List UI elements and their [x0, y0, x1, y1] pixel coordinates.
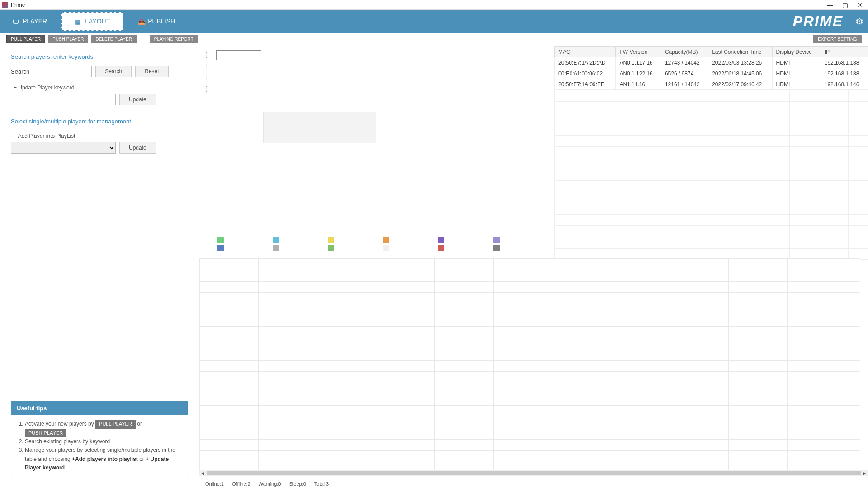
color-swatch[interactable]: [328, 237, 334, 243]
sidebar: Search players, enter keywords: Search S…: [0, 46, 199, 484]
table-row[interactable]: 00:E0:61:00:06:02AN0.1.122.166526 / 6874…: [555, 68, 868, 79]
playlist-select[interactable]: [11, 142, 116, 154]
cell-disp: HDMI: [772, 68, 821, 79]
cell-fw: AN1.11.16: [616, 79, 661, 90]
color-swatch[interactable]: [273, 237, 279, 243]
canvas-mid-region[interactable]: [263, 112, 376, 143]
checkbox-column: [ [ [ [: [199, 46, 213, 236]
pull-player-button[interactable]: PULL PLAYER: [6, 35, 45, 43]
maximize-button[interactable]: ▢: [842, 1, 848, 9]
table-row[interactable]: 20:50:E7:1A:2D:ADAN0.1.117.1612743 / 140…: [555, 57, 868, 68]
col-capacity[interactable]: Capacity(MB): [661, 47, 708, 57]
color-swatch[interactable]: [438, 237, 444, 243]
color-swatch[interactable]: [493, 237, 500, 243]
scroll-left-arrow[interactable]: ◄: [199, 471, 206, 476]
scroll-right-arrow[interactable]: ►: [862, 471, 868, 476]
content-area: [ [ [ [ MAC FW Version Capacity(MB) Last: [199, 46, 868, 484]
add-playlist-label: + Add Player into PlayList: [14, 133, 188, 139]
table-row[interactable]: 20:50:E7:1A:09:EFAN1.11.1612161 / 140422…: [555, 79, 868, 90]
tab-player-label: PLAYER: [23, 18, 47, 25]
cell-disp: HDMI: [772, 57, 821, 68]
players-table: MAC FW Version Capacity(MB) Last Conecti…: [554, 46, 868, 90]
layout-icon: ▦: [75, 18, 81, 24]
status-total: Total:3: [314, 481, 329, 487]
scroll-thumb[interactable]: [207, 471, 861, 475]
tip-2: Search existing players by keyword: [25, 437, 182, 446]
brand-logo: PRIME: [793, 13, 843, 30]
tip-3: Manage your players by selecting single/…: [25, 446, 182, 472]
row-checkbox[interactable]: [: [199, 71, 213, 83]
window-title: Prime: [11, 2, 25, 8]
delete-player-button[interactable]: DELETE PLAYER: [91, 35, 136, 43]
reset-button[interactable]: Reset: [135, 66, 168, 77]
minimize-button[interactable]: —: [827, 1, 833, 9]
settings-gear-icon[interactable]: ⚙: [849, 16, 863, 27]
color-swatch[interactable]: [217, 237, 224, 243]
tab-publish[interactable]: 📤 PUBLISH: [125, 10, 188, 33]
cell-disp: HDMI: [772, 79, 821, 90]
cell-mac: 20:50:E7:1A:2D:AD: [555, 57, 616, 68]
color-swatch[interactable]: [438, 245, 444, 251]
close-button[interactable]: ✕: [857, 1, 863, 9]
tab-player[interactable]: 🖵 PLAYER: [0, 10, 60, 33]
cell-ip: 192.168.1.146: [821, 79, 868, 90]
tip-1: Activate your new players by PULL PLAYER…: [25, 420, 182, 437]
titlebar: Prime — ▢ ✕: [0, 0, 868, 10]
row-checkbox[interactable]: [: [199, 83, 213, 94]
cell-cap: 12161 / 14042: [661, 79, 708, 90]
tab-layout[interactable]: ▦ LAYOUT: [61, 12, 123, 31]
layout-canvas[interactable]: [213, 48, 547, 233]
tab-layout-label: LAYOUT: [85, 18, 110, 25]
update-playlist-button[interactable]: Update: [119, 142, 156, 154]
canvas-small-region[interactable]: [216, 50, 261, 60]
row-checkbox[interactable]: [: [199, 49, 213, 60]
row-checkbox[interactable]: [: [199, 60, 213, 71]
color-swatch[interactable]: [383, 245, 389, 251]
col-last-connection[interactable]: Last Conection Time: [708, 47, 772, 57]
app-icon: [2, 2, 8, 8]
tip-push-pill: PUSH PLAYER: [25, 429, 66, 438]
cell-mac: 00:E0:61:00:06:02: [555, 68, 616, 79]
col-ip[interactable]: IP: [821, 47, 868, 57]
cell-last: 2022/02/17 09:46:42: [708, 79, 772, 90]
cell-ip: 192.168.1.188: [821, 68, 868, 79]
tip-pull-pill: PULL PLAYER: [95, 420, 136, 429]
status-bar: Online:1 Offline:2 Warning:0 Sleep:0 Tot…: [199, 479, 868, 488]
col-fw[interactable]: FW Version: [616, 47, 661, 57]
color-swatch[interactable]: [328, 245, 334, 251]
status-sleep: Sleep:0: [289, 481, 306, 487]
keyword-input[interactable]: [11, 94, 116, 105]
push-player-button[interactable]: PUSH PLAYER: [48, 35, 88, 43]
top-nav: 🖵 PLAYER ▦ LAYOUT 📤 PUBLISH PRIME ⚙: [0, 10, 868, 33]
cell-fw: AN0.1.122.16: [616, 68, 661, 79]
color-swatch[interactable]: [273, 245, 279, 251]
color-swatch[interactable]: [217, 245, 224, 251]
col-display-device[interactable]: Display Device: [772, 47, 821, 57]
publish-icon: 📤: [138, 18, 144, 24]
horizontal-scrollbar[interactable]: ◄ ►: [199, 470, 868, 476]
cell-ip: 192.168.1.188: [821, 57, 868, 68]
export-setting-button[interactable]: EXPORT SETTING: [813, 35, 862, 43]
cell-fw: AN0.1.117.16: [616, 57, 661, 68]
status-online: Online:1: [205, 481, 224, 487]
cell-cap: 6526 / 6874: [661, 68, 708, 79]
monitor-icon: 🖵: [13, 18, 19, 24]
status-offline: Offline:2: [232, 481, 250, 487]
search-players-header: Search players, enter keywords:: [11, 53, 188, 60]
search-label: Search: [11, 68, 29, 75]
update-keyword-button[interactable]: Update: [119, 94, 156, 105]
table-empty-grid: [554, 90, 868, 262]
search-input[interactable]: [33, 66, 92, 77]
toolbar-separator: [143, 35, 143, 43]
col-mac[interactable]: MAC: [555, 47, 616, 57]
color-swatch[interactable]: [383, 237, 389, 243]
color-swatch[interactable]: [493, 245, 500, 251]
cell-cap: 12743 / 14042: [661, 57, 708, 68]
search-button[interactable]: Search: [95, 66, 132, 77]
cell-mac: 20:50:E7:1A:09:EF: [555, 79, 616, 90]
useful-tips-panel: Useful tips Activate your new players by…: [11, 401, 188, 477]
tab-publish-label: PUBLISH: [148, 18, 175, 25]
status-warning: Warning:0: [259, 481, 281, 487]
lower-grid: [199, 258, 860, 471]
playing-report-button[interactable]: PLAYING REPORT: [150, 35, 198, 43]
